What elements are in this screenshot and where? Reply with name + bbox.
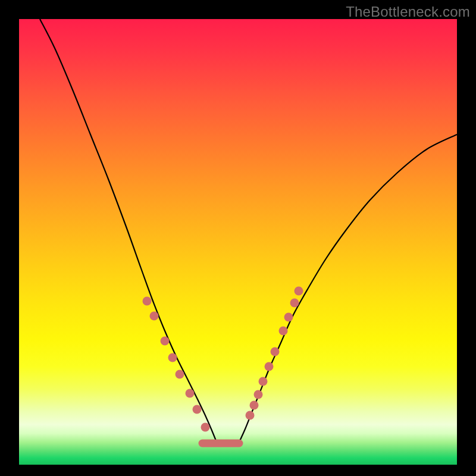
marker-dot [246,411,255,420]
marker-dot [295,287,303,296]
marker-dot [143,297,152,306]
plot-area [19,19,457,465]
markers-left [143,297,210,432]
marker-dot [284,313,293,322]
marker-dot [265,362,274,371]
marker-dot [271,347,280,356]
markers-right [246,287,303,420]
marker-dot [186,389,195,398]
marker-dot [279,327,288,336]
marker-dot [168,353,177,362]
chart-frame: TheBottleneck.com [0,0,476,476]
marker-dot [201,423,210,432]
marker-dot [161,337,170,346]
marker-dot [290,299,299,308]
watermark-text: TheBottleneck.com [346,4,470,20]
marker-dot [259,377,268,386]
marker-dot [254,390,263,399]
marker-layer [19,19,457,465]
marker-dot [176,370,184,379]
marker-dot [250,401,259,410]
marker-dot [193,405,202,414]
marker-dot [150,312,159,321]
